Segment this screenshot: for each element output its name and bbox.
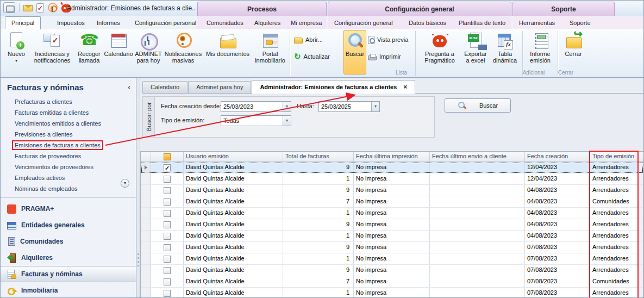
table-row[interactable]: David Quintas Alcalde 9 No impresa 04/08… (141, 219, 643, 231)
ribbon-tab-plantillas-de-texto[interactable]: Plantillas de texto (453, 17, 511, 29)
row-checkbox[interactable] (164, 198, 171, 206)
row-checkbox-cell[interactable] (151, 162, 184, 173)
sidebar-item[interactable]: Facturas de proveedores (1, 151, 136, 162)
table-row[interactable]: David Quintas Alcalde 9 No impresa 07/08… (141, 242, 643, 253)
date-from-input[interactable]: 25/03/2023 ▾ (221, 101, 291, 112)
sidebar-item[interactable]: Previsiones a clientes (1, 129, 136, 140)
sidebar-section[interactable]: Entidades generales (1, 217, 136, 233)
open-button[interactable]: Abrir... (292, 34, 343, 45)
table-row[interactable]: David Quintas Alcalde 1 No impresa 04/08… (141, 231, 643, 242)
print-preview-button[interactable]: Vista previa (366, 34, 413, 45)
table-row[interactable]: David Quintas Alcalde 9 No impresa 07/08… (141, 265, 643, 276)
incidents-notifications-button[interactable]: Incidencias y notificaciones (30, 30, 74, 74)
pickup-call-button[interactable]: ☎ Recoger llamada (74, 30, 104, 74)
ribbon-tab-herramientas[interactable]: Herramientas (513, 17, 561, 29)
adminet-today-button[interactable]: ADMINET para hoy (133, 30, 164, 74)
column-header-tipo-emision[interactable]: Tipo de emisión (590, 152, 639, 162)
sidebar-splitter[interactable] (136, 78, 140, 298)
expand-circle-button[interactable]: ▾ (121, 179, 129, 188)
row-checkbox[interactable] (164, 187, 171, 194)
column-header-usuario[interactable]: Usuario emisión (184, 152, 283, 162)
chevron-down-icon[interactable]: ▾ (371, 102, 379, 111)
table-row[interactable]: David Quintas Alcalde 1 No impresa 07/08… (141, 253, 643, 265)
doc-tab-emisiones[interactable]: Administrador: Emisiones de facturas a c… (252, 80, 415, 94)
emission-report-button[interactable]: Informe emisión (525, 30, 555, 74)
ribbon-tab-comunidades[interactable]: Comunidades (201, 17, 249, 29)
sidebar-section[interactable]: Inmobiliaria (1, 282, 136, 298)
column-header-ultimo-envio[interactable]: Fecha último envío a cliente (430, 152, 525, 162)
filter-search-button[interactable]: Buscar (445, 98, 511, 113)
row-checkbox[interactable] (164, 267, 171, 274)
row-checkbox-cell[interactable] (151, 185, 184, 196)
sidebar-item[interactable]: Prefacturas a clientes (1, 96, 136, 107)
print-button[interactable]: Imprimir (366, 51, 413, 62)
row-checkbox[interactable] (164, 256, 171, 263)
ribbon-tab-principal[interactable]: Principal (5, 16, 41, 29)
date-to-input[interactable]: 25/03/2025 ▾ (318, 101, 380, 112)
row-checkbox-cell[interactable] (151, 196, 184, 207)
pivot-table-button[interactable]: Tabla dinámica (490, 30, 520, 74)
column-header-fecha-creacion[interactable]: Fecha creación (525, 152, 590, 162)
row-checkbox-cell[interactable] (151, 173, 184, 184)
filter-panel-tab[interactable]: Buscar por (143, 97, 155, 137)
sidebar-item[interactable]: Empleados activos (1, 172, 136, 183)
broadcast-icon[interactable] (48, 3, 58, 13)
chevron-down-icon[interactable]: ▾ (283, 102, 291, 111)
ask-pragmatico-button[interactable]: Pregunta a Pragmático (418, 30, 461, 74)
search-button[interactable]: Buscar (343, 30, 366, 74)
chevron-down-icon[interactable]: ▾ (15, 58, 17, 64)
row-checkbox[interactable] (164, 221, 171, 228)
row-checkbox-cell[interactable] (151, 265, 184, 276)
column-header-total[interactable]: Total de facturas (283, 152, 354, 162)
row-checkbox-cell[interactable] (151, 219, 184, 230)
sidebar-item[interactable]: Emisiones de facturas a clientes (1, 140, 136, 151)
table-row[interactable]: David Quintas Alcalde 7 No impresa 07/08… (141, 276, 643, 288)
table-row[interactable]: David Quintas Alcalde 1 No impresa 12/04… (141, 173, 643, 185)
real-estate-portal-button[interactable]: Portal inmobiliario (253, 30, 287, 74)
row-checkbox-cell[interactable] (151, 253, 184, 264)
mail-icon[interactable] (23, 5, 33, 11)
calendar-button[interactable]: Calendario (104, 30, 133, 74)
ribbon-tab-configuracion-general[interactable]: Configuración general (328, 17, 399, 29)
sidebar-section[interactable]: Comunidades (1, 233, 136, 250)
row-checkbox-cell[interactable] (151, 231, 184, 241)
select-all-header[interactable] (151, 152, 184, 162)
emission-type-select[interactable]: Todas ▾ (221, 115, 291, 126)
table-row[interactable]: David Quintas Alcalde 1 No impresa 04/08… (141, 208, 643, 219)
doc-tab-calendario[interactable]: Calendario (142, 81, 187, 93)
sidebar-item[interactable]: Facturas emitidas a clientes (1, 107, 136, 118)
row-checkbox-cell[interactable] (151, 208, 184, 219)
ribbon-tab-soporte[interactable]: Soporte (564, 17, 597, 29)
row-checkbox-cell[interactable] (151, 242, 184, 253)
app-logo-icon[interactable] (3, 2, 15, 13)
sidebar-section[interactable]: PRAGMA+ (1, 201, 136, 217)
export-excel-button[interactable]: Exportar a excel (461, 30, 490, 74)
ribbon-tab-informes[interactable]: Informes (91, 17, 126, 29)
close-button[interactable]: ↪ Cerrar (560, 30, 586, 74)
new-button[interactable]: Nuevo ▾ (3, 30, 30, 74)
row-checkbox[interactable] (164, 290, 171, 297)
table-row[interactable]: David Quintas Alcalde 9 No impresa 04/08… (141, 185, 643, 196)
row-checkbox[interactable] (164, 176, 171, 183)
ribbon-tab-alquileres[interactable]: Alquileres (248, 17, 286, 29)
row-checkbox-cell[interactable] (151, 288, 184, 298)
close-icon[interactable]: × (403, 83, 407, 91)
refresh-button[interactable]: ↻ Actualizar (292, 51, 343, 62)
sidebar-item[interactable]: Vencimientos emitidos a clientes (1, 118, 136, 129)
sidebar-item[interactable]: Vencimientos de proveedores (1, 162, 136, 172)
sidebar-item[interactable]: Nóminas de empleados (1, 183, 136, 194)
row-checkbox[interactable] (164, 233, 171, 240)
row-checkbox-cell[interactable] (151, 276, 184, 287)
row-checkbox[interactable] (164, 278, 171, 285)
table-row[interactable]: David Quintas Alcalde 9 No impresa 12/04… (141, 162, 643, 173)
mass-notifications-button[interactable]: Notificaciones masivas (164, 30, 203, 74)
row-checkbox[interactable] (164, 210, 171, 217)
select-all-checkbox-icon[interactable] (164, 153, 171, 160)
sidebar-section[interactable]: Facturas y nóminas (1, 266, 136, 282)
tasks-check-icon[interactable] (36, 3, 44, 13)
table-row[interactable]: David Quintas Alcalde 7 No impresa 04/08… (141, 196, 643, 208)
collapse-chevron-icon[interactable]: ‹ (128, 83, 130, 91)
table-row[interactable]: David Quintas Alcalde 1 No impresa 07/08… (141, 288, 643, 298)
doc-tab-adminet[interactable]: Adminet para hoy (188, 81, 251, 93)
ribbon-tab-datos-basicos[interactable]: Datos básicos (403, 17, 452, 29)
